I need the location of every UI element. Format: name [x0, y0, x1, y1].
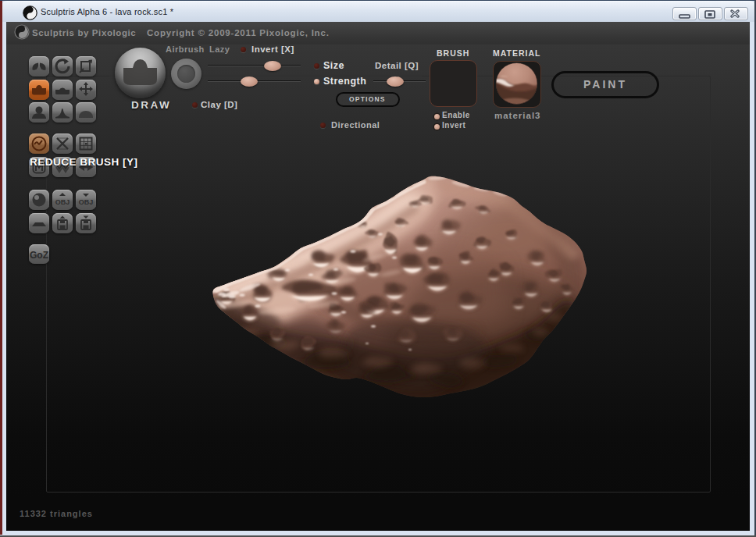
svg-text:GoZ: GoZ — [30, 249, 48, 260]
svg-text:OBJ: OBJ — [55, 198, 70, 206]
svg-text:OBJ: OBJ — [79, 198, 94, 206]
